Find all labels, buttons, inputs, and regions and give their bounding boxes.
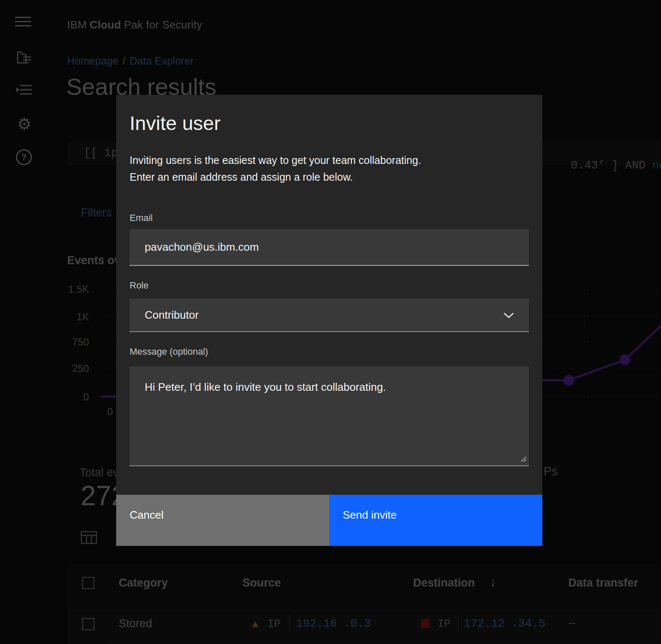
send-invite-button-label: Send invite — [343, 509, 397, 521]
modal-description-line1: Inviting users is the easiest way to get… — [130, 154, 421, 166]
role-dropdown[interactable]: Contributor — [130, 299, 529, 332]
email-label: Email — [130, 213, 153, 223]
resize-handle-icon[interactable] — [520, 455, 526, 464]
role-label: Role — [130, 280, 148, 291]
role-selected-value: Contributor — [145, 309, 199, 322]
cancel-button[interactable]: Cancel — [116, 495, 329, 546]
modal-title: Invite user — [130, 112, 221, 135]
modal-description-line2: Enter an email address and assign a role… — [130, 171, 353, 183]
message-field[interactable]: Hi Peter, I’d like to invite you to star… — [130, 366, 529, 466]
modal-button-row: Cancel Send invite — [116, 495, 542, 546]
send-invite-button[interactable]: Send invite — [329, 495, 542, 546]
invite-user-modal: Invite user Inviting users is the easies… — [116, 95, 542, 546]
cancel-button-label: Cancel — [130, 509, 164, 521]
chevron-down-icon — [503, 312, 515, 320]
message-label: Message (optional) — [130, 346, 208, 357]
email-field[interactable] — [130, 229, 529, 266]
